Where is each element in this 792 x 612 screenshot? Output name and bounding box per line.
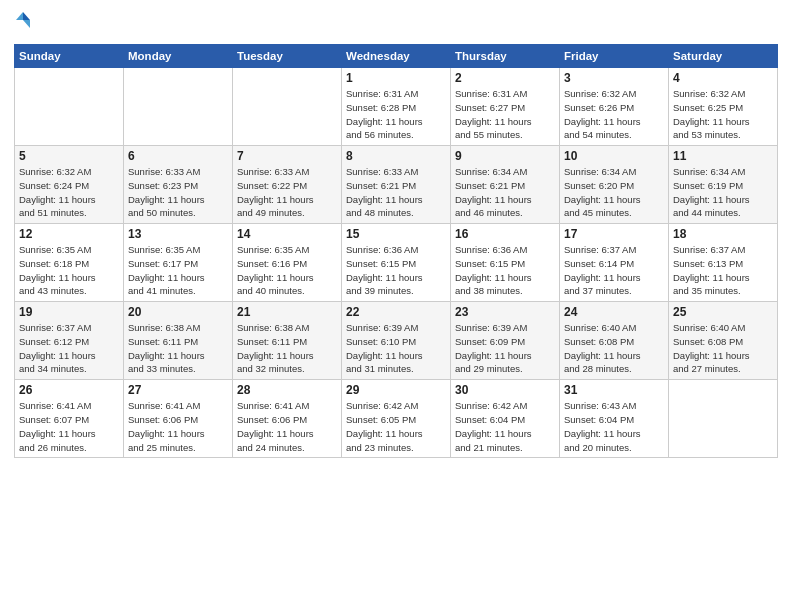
weekday-header-friday: Friday [560,45,669,68]
logo-icon [14,10,32,38]
day-info: Sunrise: 6:37 AM Sunset: 6:13 PM Dayligh… [673,243,773,298]
day-info: Sunrise: 6:42 AM Sunset: 6:04 PM Dayligh… [455,399,555,454]
weekday-header-wednesday: Wednesday [342,45,451,68]
day-cell: 3Sunrise: 6:32 AM Sunset: 6:26 PM Daylig… [560,68,669,146]
day-number: 27 [128,383,228,397]
day-number: 23 [455,305,555,319]
day-cell: 1Sunrise: 6:31 AM Sunset: 6:28 PM Daylig… [342,68,451,146]
day-info: Sunrise: 6:34 AM Sunset: 6:20 PM Dayligh… [564,165,664,220]
day-cell: 25Sunrise: 6:40 AM Sunset: 6:08 PM Dayli… [669,302,778,380]
day-number: 9 [455,149,555,163]
weekday-header-row: SundayMondayTuesdayWednesdayThursdayFrid… [15,45,778,68]
svg-marker-1 [23,20,30,28]
day-cell: 27Sunrise: 6:41 AM Sunset: 6:06 PM Dayli… [124,380,233,458]
day-number: 19 [19,305,119,319]
day-info: Sunrise: 6:34 AM Sunset: 6:21 PM Dayligh… [455,165,555,220]
day-cell: 13Sunrise: 6:35 AM Sunset: 6:17 PM Dayli… [124,224,233,302]
week-row-4: 19Sunrise: 6:37 AM Sunset: 6:12 PM Dayli… [15,302,778,380]
day-number: 14 [237,227,337,241]
day-number: 1 [346,71,446,85]
day-cell: 7Sunrise: 6:33 AM Sunset: 6:22 PM Daylig… [233,146,342,224]
day-cell: 16Sunrise: 6:36 AM Sunset: 6:15 PM Dayli… [451,224,560,302]
weekday-header-monday: Monday [124,45,233,68]
day-number: 10 [564,149,664,163]
day-info: Sunrise: 6:36 AM Sunset: 6:15 PM Dayligh… [346,243,446,298]
page: SundayMondayTuesdayWednesdayThursdayFrid… [0,0,792,612]
calendar: SundayMondayTuesdayWednesdayThursdayFrid… [14,44,778,458]
day-cell: 17Sunrise: 6:37 AM Sunset: 6:14 PM Dayli… [560,224,669,302]
day-number: 15 [346,227,446,241]
day-cell: 4Sunrise: 6:32 AM Sunset: 6:25 PM Daylig… [669,68,778,146]
day-cell: 18Sunrise: 6:37 AM Sunset: 6:13 PM Dayli… [669,224,778,302]
day-info: Sunrise: 6:32 AM Sunset: 6:26 PM Dayligh… [564,87,664,142]
day-info: Sunrise: 6:41 AM Sunset: 6:06 PM Dayligh… [237,399,337,454]
day-info: Sunrise: 6:38 AM Sunset: 6:11 PM Dayligh… [128,321,228,376]
day-number: 30 [455,383,555,397]
day-cell: 2Sunrise: 6:31 AM Sunset: 6:27 PM Daylig… [451,68,560,146]
day-cell: 12Sunrise: 6:35 AM Sunset: 6:18 PM Dayli… [15,224,124,302]
svg-marker-0 [23,12,30,20]
day-number: 5 [19,149,119,163]
day-info: Sunrise: 6:40 AM Sunset: 6:08 PM Dayligh… [564,321,664,376]
day-cell: 6Sunrise: 6:33 AM Sunset: 6:23 PM Daylig… [124,146,233,224]
weekday-header-sunday: Sunday [15,45,124,68]
day-number: 20 [128,305,228,319]
day-cell: 24Sunrise: 6:40 AM Sunset: 6:08 PM Dayli… [560,302,669,380]
weekday-header-thursday: Thursday [451,45,560,68]
day-number: 28 [237,383,337,397]
day-number: 31 [564,383,664,397]
week-row-3: 12Sunrise: 6:35 AM Sunset: 6:18 PM Dayli… [15,224,778,302]
week-row-1: 1Sunrise: 6:31 AM Sunset: 6:28 PM Daylig… [15,68,778,146]
day-number: 24 [564,305,664,319]
day-info: Sunrise: 6:32 AM Sunset: 6:25 PM Dayligh… [673,87,773,142]
day-number: 6 [128,149,228,163]
day-info: Sunrise: 6:33 AM Sunset: 6:23 PM Dayligh… [128,165,228,220]
day-info: Sunrise: 6:37 AM Sunset: 6:14 PM Dayligh… [564,243,664,298]
day-info: Sunrise: 6:35 AM Sunset: 6:16 PM Dayligh… [237,243,337,298]
day-cell: 26Sunrise: 6:41 AM Sunset: 6:07 PM Dayli… [15,380,124,458]
day-info: Sunrise: 6:35 AM Sunset: 6:18 PM Dayligh… [19,243,119,298]
day-number: 11 [673,149,773,163]
day-number: 22 [346,305,446,319]
day-cell: 30Sunrise: 6:42 AM Sunset: 6:04 PM Dayli… [451,380,560,458]
day-cell [15,68,124,146]
day-info: Sunrise: 6:35 AM Sunset: 6:17 PM Dayligh… [128,243,228,298]
day-cell: 22Sunrise: 6:39 AM Sunset: 6:10 PM Dayli… [342,302,451,380]
day-cell: 5Sunrise: 6:32 AM Sunset: 6:24 PM Daylig… [15,146,124,224]
day-number: 13 [128,227,228,241]
day-info: Sunrise: 6:33 AM Sunset: 6:21 PM Dayligh… [346,165,446,220]
day-number: 26 [19,383,119,397]
day-info: Sunrise: 6:31 AM Sunset: 6:28 PM Dayligh… [346,87,446,142]
day-cell: 14Sunrise: 6:35 AM Sunset: 6:16 PM Dayli… [233,224,342,302]
day-number: 29 [346,383,446,397]
day-info: Sunrise: 6:32 AM Sunset: 6:24 PM Dayligh… [19,165,119,220]
day-info: Sunrise: 6:41 AM Sunset: 6:07 PM Dayligh… [19,399,119,454]
day-number: 12 [19,227,119,241]
svg-marker-2 [16,12,23,20]
day-cell: 31Sunrise: 6:43 AM Sunset: 6:04 PM Dayli… [560,380,669,458]
day-cell [669,380,778,458]
day-cell: 8Sunrise: 6:33 AM Sunset: 6:21 PM Daylig… [342,146,451,224]
day-info: Sunrise: 6:39 AM Sunset: 6:09 PM Dayligh… [455,321,555,376]
day-number: 8 [346,149,446,163]
day-info: Sunrise: 6:43 AM Sunset: 6:04 PM Dayligh… [564,399,664,454]
day-info: Sunrise: 6:36 AM Sunset: 6:15 PM Dayligh… [455,243,555,298]
day-info: Sunrise: 6:38 AM Sunset: 6:11 PM Dayligh… [237,321,337,376]
header [14,10,778,38]
day-info: Sunrise: 6:31 AM Sunset: 6:27 PM Dayligh… [455,87,555,142]
day-cell: 29Sunrise: 6:42 AM Sunset: 6:05 PM Dayli… [342,380,451,458]
day-number: 18 [673,227,773,241]
day-number: 7 [237,149,337,163]
day-info: Sunrise: 6:37 AM Sunset: 6:12 PM Dayligh… [19,321,119,376]
day-number: 3 [564,71,664,85]
weekday-header-saturday: Saturday [669,45,778,68]
day-cell: 20Sunrise: 6:38 AM Sunset: 6:11 PM Dayli… [124,302,233,380]
day-number: 4 [673,71,773,85]
day-number: 25 [673,305,773,319]
day-cell [233,68,342,146]
day-info: Sunrise: 6:34 AM Sunset: 6:19 PM Dayligh… [673,165,773,220]
day-cell: 21Sunrise: 6:38 AM Sunset: 6:11 PM Dayli… [233,302,342,380]
day-cell: 9Sunrise: 6:34 AM Sunset: 6:21 PM Daylig… [451,146,560,224]
week-row-5: 26Sunrise: 6:41 AM Sunset: 6:07 PM Dayli… [15,380,778,458]
week-row-2: 5Sunrise: 6:32 AM Sunset: 6:24 PM Daylig… [15,146,778,224]
